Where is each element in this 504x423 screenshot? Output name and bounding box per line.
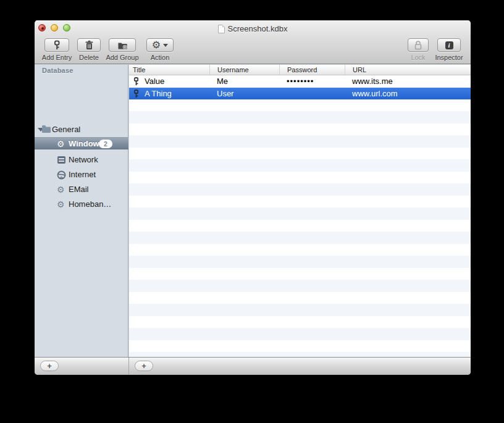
column-header-password[interactable]: Password <box>284 65 345 75</box>
info-icon: i <box>445 41 453 49</box>
gear-icon: ⚙ <box>57 183 65 196</box>
table-header: Title Username Password URL <box>129 65 471 75</box>
sidebar: Database General ⚙ Windows 2 Network <box>35 65 128 357</box>
lock-button[interactable] <box>408 38 429 52</box>
cell-password: •••••••• <box>287 75 348 88</box>
table-row-selected[interactable]: A Thing User www.url.com <box>129 88 471 100</box>
entry-count-badge: 2 <box>99 140 112 148</box>
window-title-area: Screenshot.kdbx <box>35 23 471 33</box>
bottom-bar: + + <box>35 357 471 375</box>
entry-table: Title Username Password URL Value Me <box>129 65 471 357</box>
key-icon <box>132 77 140 86</box>
column-header-username[interactable]: Username <box>214 65 280 75</box>
toolbar-item-add-entry: Add Entry <box>37 38 77 61</box>
sidebar-section-header: Database <box>42 67 74 74</box>
column-header-title[interactable]: Title <box>129 65 210 75</box>
toolbar-item-inspector: i Inspector <box>430 38 468 61</box>
inspector-label: Inspector <box>430 54 468 61</box>
lock-open-icon <box>413 40 423 50</box>
window-title: Screenshot.kdbx <box>228 24 288 33</box>
sidebar-item-label: Homeban… <box>69 198 111 211</box>
add-entry-button[interactable] <box>44 38 69 52</box>
trash-icon <box>85 40 94 50</box>
cell-title: A Thing <box>145 88 212 100</box>
table-body: Value Me •••••••• www.its.me A Thing U <box>129 75 471 357</box>
folder-add-icon <box>117 41 128 50</box>
toolbar-item-action: ⚙ Action <box>141 38 178 61</box>
add-entry-plus-button[interactable]: + <box>135 361 153 371</box>
inspector-button[interactable]: i <box>437 38 461 52</box>
sidebar-item-label: Internet <box>69 169 96 181</box>
sidebar-item-homebanking[interactable]: ⚙ Homeban… <box>35 198 128 211</box>
globe-icon <box>57 170 66 180</box>
toolbar-item-delete: Delete <box>74 38 104 61</box>
sidebar-item-label: Network <box>69 154 98 166</box>
action-label: Action <box>141 54 178 61</box>
add-group-button[interactable] <box>109 38 136 52</box>
add-entry-label: Add Entry <box>37 54 77 61</box>
add-group-plus-button[interactable]: + <box>40 361 59 371</box>
key-icon <box>132 90 140 98</box>
desktop-background: Screenshot.kdbx Add Entry <box>0 0 504 423</box>
cell-url: www.its.me <box>352 75 468 88</box>
toolbar-item-add-group: Add Group <box>104 38 141 61</box>
delete-label: Delete <box>74 54 104 61</box>
add-group-label: Add Group <box>104 54 141 61</box>
key-icon <box>52 40 62 50</box>
sidebar-item-label: EMail <box>69 183 89 196</box>
table-row[interactable]: Value Me •••••••• www.its.me <box>129 75 471 88</box>
delete-button[interactable] <box>77 38 101 52</box>
cell-title: Value <box>145 75 212 88</box>
pane-divider <box>128 358 129 375</box>
sidebar-item-general[interactable]: General <box>35 124 128 136</box>
gear-icon: ⚙ <box>57 138 65 150</box>
gear-icon: ⚙ <box>152 40 161 50</box>
sidebar-item-email[interactable]: ⚙ EMail <box>35 183 128 196</box>
action-menu-button[interactable]: ⚙ <box>146 38 174 52</box>
column-header-url[interactable]: URL <box>349 65 467 75</box>
sidebar-item-windows[interactable]: ⚙ Windows 2 <box>35 137 128 149</box>
cell-username: User <box>217 88 282 100</box>
cell-username: Me <box>217 75 282 88</box>
gear-icon: ⚙ <box>57 198 65 211</box>
sidebar-item-network[interactable]: Network <box>35 154 128 166</box>
window-chrome: Screenshot.kdbx Add Entry <box>35 20 471 64</box>
document-proxy-icon[interactable] <box>218 25 225 33</box>
cell-url: www.url.com <box>352 88 468 100</box>
server-icon <box>57 156 65 164</box>
folder-icon <box>42 127 51 133</box>
sidebar-item-internet[interactable]: Internet <box>35 169 128 181</box>
app-window: Screenshot.kdbx Add Entry <box>35 20 471 375</box>
chevron-down-icon <box>163 44 168 47</box>
sidebar-item-label: General <box>52 124 80 136</box>
